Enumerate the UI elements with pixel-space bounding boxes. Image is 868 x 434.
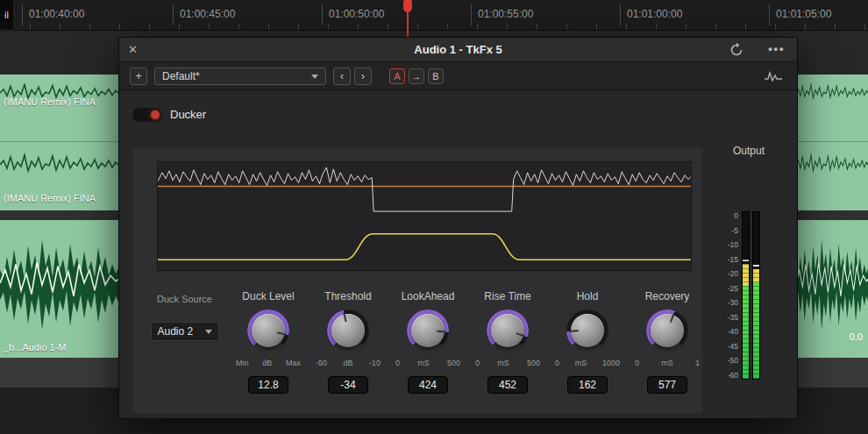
timecode-tick: 01:00:40:00 [29,8,84,20]
toggle-on-indicator [151,110,160,119]
hold-knob[interactable] [566,309,608,352]
rise-time-knob[interactable] [487,309,529,352]
knob-pointer [277,331,287,335]
audio-clip[interactable]: 0.0 [796,220,868,358]
knob-pointer [437,331,446,333]
duck-source-label: Duck Source [157,294,212,306]
chevron-down-icon [311,75,318,79]
knob-col-recovery: Recovery 0mS1 577 [632,290,702,394]
preset-dropdown[interactable]: Default* [154,68,326,85]
output-meter-label: Output [733,145,765,157]
knob-range: 0mS1000 [555,359,620,367]
keyframe-curve-icon[interactable] [764,69,783,83]
knob-col-rise-time: Rise Time 0mS500 452 [473,290,543,394]
ab-copy-button[interactable]: → [409,68,424,84]
knob-label: Hold [577,290,599,304]
timecode-tick: 01:01:05:00 [776,8,831,20]
clip-gain-value: 0.0 [850,331,863,342]
knob-label: LookAhead [402,290,455,304]
clip-label: (IMANU Remix) FINA [4,96,96,107]
knob-col-lookahead: LookAhead 0mS500 424 [393,290,463,394]
plugin-name-label: Ducker [170,108,206,122]
audio-clip[interactable] [796,141,868,210]
threshold-value[interactable]: -34 [328,376,368,394]
knob-pointer [670,313,675,323]
knob-col-hold: Hold 0mS1000 162 [552,290,623,394]
knob-label: Duck Level [242,290,294,304]
meter-bar-left [742,211,750,380]
gain-graph-display [157,161,692,271]
gain-reduction-curve [158,234,691,260]
clip-label: (IMANU Remix) FINA [4,193,96,203]
recovery-value[interactable]: 577 [647,376,687,394]
preset-bar: + Default* ‹ › A → B [119,62,797,90]
lookahead-knob[interactable] [407,309,449,352]
audio-clip[interactable]: (IMANU Remix) FINA [0,75,118,141]
plugin-enable-toggle[interactable] [132,108,162,122]
timecode-tick: 01:00:50:00 [329,8,384,20]
window-titlebar[interactable]: ✕ Audio 1 - TkFx 5 ●●● [119,38,797,62]
history-icon[interactable] [729,42,744,58]
duck-source-value: Audio 2 [158,325,194,338]
clip-name-edge: il [0,0,13,29]
app-screen: (IMANU Remix) FINA (IMANU Remix) FINA _b… [0,0,868,434]
ab-compare-b-button[interactable]: B [428,68,444,84]
input-waveform-trace [158,167,691,211]
knob-range: MindBMax [236,359,301,367]
timecode-ruler[interactable]: 01:00:40:00 01:00:45:00 01:00:50:00 01:0… [0,0,868,31]
knob-col-threshold: Threshold -50dB-10 -34 [313,290,383,394]
knob-col-duck-level: Duck Level MindBMax 12.8 [233,290,303,394]
timecode-tick: 01:01:00:00 [627,8,682,20]
knob-label: Rise Time [484,290,530,304]
next-preset-button[interactable]: › [354,68,372,85]
knob-pointer [516,332,525,337]
recovery-knob[interactable] [646,309,688,352]
playhead-handle[interactable] [403,0,412,12]
knob-range: 0mS500 [475,359,540,367]
audio-clip[interactable] [796,75,868,141]
peak-hold-indicator [743,260,749,261]
hold-value[interactable]: 162 [567,376,608,394]
prev-preset-button[interactable]: ‹ [333,68,351,85]
knob-range: 0mS500 [395,359,460,367]
knob-label: Recovery [645,290,690,304]
duck-source-group: Duck Source Audio 2 [143,294,226,341]
lookahead-value[interactable]: 424 [408,376,448,394]
add-preset-button[interactable]: + [130,68,147,85]
knob-pointer [343,312,347,322]
output-level-meter: 0-5 -10-15 -20-25 -30-35 -40-45 -50-60 [721,211,760,380]
ab-compare-a-button[interactable]: A [389,68,405,84]
timecode-tick: 01:00:55:00 [478,8,533,20]
duck-level-knob[interactable] [247,309,289,352]
meter-bar-right [752,211,760,380]
duck-source-dropdown[interactable]: Audio 2 [151,322,219,341]
peak-hold-indicator [753,265,759,267]
knob-range: -50dB-10 [316,359,381,367]
rise-time-value[interactable]: 452 [487,376,528,394]
audio-clip[interactable]: (IMANU Remix) FINA [0,141,118,210]
clip-label: _b...Audio 1-M [4,342,67,352]
window-title: Audio 1 - TkFx 5 [119,38,797,62]
meter-scale: 0-5 -10-15 -20-25 -30-35 -40-45 -50-60 [721,211,742,380]
timecode-tick: 01:00:45:00 [180,8,235,20]
options-menu-icon[interactable]: ●●● [768,38,785,62]
preset-name: Default* [162,68,200,84]
knob-range: 0mS1 [635,359,700,367]
threshold-knob[interactable] [327,309,369,352]
duck-level-value[interactable]: 12.8 [248,376,288,394]
plugin-window: ✕ Audio 1 - TkFx 5 ●●● + Default* ‹ › A … [118,37,798,419]
chevron-down-icon [205,330,212,334]
audio-clip[interactable]: _b...Audio 1-M [0,220,118,358]
knob-pointer [569,330,579,331]
knob-label: Threshold [324,290,371,304]
ducker-panel: Duck Source Audio 2 Duck Level MindBMax … [132,148,702,413]
